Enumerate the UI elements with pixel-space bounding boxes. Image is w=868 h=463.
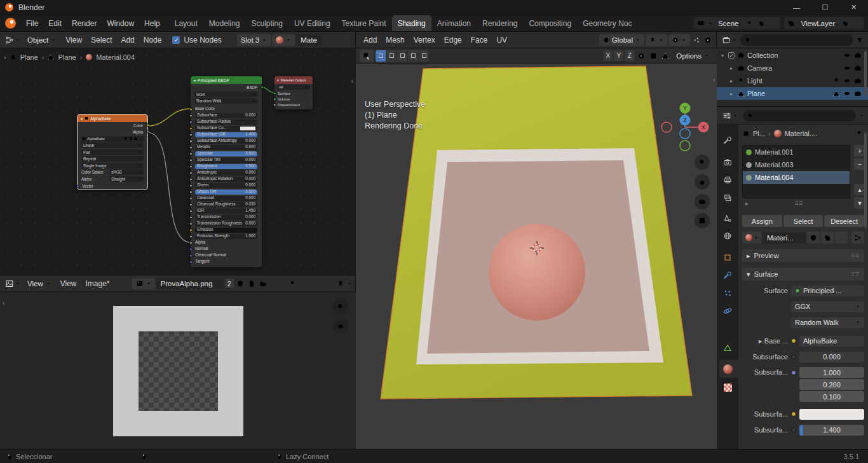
collapse-icon[interactable]: ▾ <box>81 116 83 121</box>
node-param-widget[interactable]: Tangent <box>195 259 257 265</box>
sss-method-dropdown[interactable]: Random Walk <box>194 98 258 104</box>
input-socket[interactable] <box>189 254 193 257</box>
workspace-tab[interactable]: Shading <box>392 15 431 32</box>
viewport-shading-icon[interactable] <box>703 35 713 45</box>
node-dropdown[interactable]: Single Image <box>81 163 144 169</box>
tab-texture[interactable] <box>717 379 738 396</box>
deselect-button[interactable]: Deselect <box>824 215 864 227</box>
material-name-field[interactable]: Materi... <box>763 232 806 244</box>
tab-material[interactable] <box>717 361 738 377</box>
outliner-search-input[interactable] <box>754 36 849 44</box>
base-color-label[interactable]: ▸ Base ... <box>742 337 788 345</box>
menu-item[interactable]: Node <box>139 36 166 45</box>
base-color-link-button[interactable]: AlphaBake <box>799 336 864 347</box>
radius-x-field[interactable]: 1.000 <box>799 367 864 378</box>
fake-user-icon[interactable] <box>807 232 820 244</box>
ortho-toggle-button[interactable] <box>695 213 710 228</box>
tab-particles[interactable] <box>717 285 738 301</box>
menu-item[interactable]: Edit <box>43 15 67 32</box>
input-socket[interactable] <box>189 222 193 225</box>
maximize-button[interactable]: ☐ <box>811 0 839 15</box>
collection-checkbox[interactable]: ✓ <box>728 52 735 59</box>
tab-object[interactable] <box>717 249 738 266</box>
image-mode-dropdown[interactable]: View <box>24 278 55 289</box>
input-socket[interactable] <box>189 171 193 174</box>
slot-specials-icon[interactable]: ▸ <box>745 200 749 207</box>
pin-icon[interactable] <box>854 128 864 139</box>
editor-type-icon[interactable] <box>720 36 739 45</box>
fake-user-icon[interactable] <box>124 137 128 141</box>
node-material-output[interactable]: ▾ Material Output All Surface Volume <box>275 76 313 109</box>
disclosure-icon[interactable]: ▸ <box>728 66 735 71</box>
axis-toggle[interactable]: Y <box>614 50 623 61</box>
node-header[interactable]: ▾ AlphaBake <box>78 114 147 122</box>
camera-view-button[interactable] <box>695 194 710 209</box>
node-param-widget[interactable]: Clearcoat Roughness 0.030 <box>195 202 257 207</box>
node-param-widget[interactable]: Subsurface IOR 1.400 <box>195 132 257 137</box>
workspace-tab[interactable]: Layout <box>169 15 203 32</box>
item-label[interactable]: Collection <box>747 52 778 59</box>
toolbar-expand-icon[interactable]: › <box>3 300 4 307</box>
input-socket[interactable] <box>189 139 193 142</box>
hide-eye-icon[interactable] <box>843 52 851 59</box>
orientation-dropdown[interactable]: Global <box>599 34 644 46</box>
node-header[interactable]: ▾ Principled BSDF <box>191 76 262 84</box>
editor-type-icon[interactable] <box>3 36 22 45</box>
tab-output[interactable] <box>717 172 738 188</box>
menu-item[interactable]: Help <box>139 15 165 32</box>
sidebar-collapse-icon[interactable]: ‹ <box>713 76 715 83</box>
input-socket[interactable] <box>189 127 193 130</box>
image-name-field[interactable]: ProvaAlpha.png <box>156 278 224 289</box>
menu-item[interactable]: UV <box>492 36 512 45</box>
scene-name[interactable]: Scene <box>715 20 742 27</box>
sss-method-dropdown[interactable]: Random Walk <box>791 317 864 328</box>
sphere-object[interactable] <box>489 224 585 321</box>
material-slot[interactable]: Material.003 <box>743 158 850 171</box>
open-image-icon[interactable] <box>258 279 268 289</box>
menu-item[interactable]: Add <box>116 36 139 45</box>
node-param-widget[interactable]: Clearcoat 0.000 <box>195 196 257 201</box>
input-socket[interactable] <box>189 203 193 206</box>
menu-item[interactable]: Mesh <box>381 36 409 45</box>
input-socket[interactable] <box>189 152 193 155</box>
remove-viewlayer-icon[interactable] <box>852 18 862 29</box>
node-param-widget[interactable]: Transmission 0.000 <box>195 215 257 220</box>
material-slot[interactable]: Material.004 <box>743 171 850 184</box>
input-socket[interactable] <box>189 228 193 232</box>
duplicate-material-icon[interactable] <box>821 232 834 244</box>
node-param-widget[interactable]: Subsurface Anisotropy 0.000 <box>195 139 257 144</box>
node-param-widget[interactable]: Alpha <box>195 240 257 245</box>
select-mode-extend[interactable] <box>386 50 397 62</box>
radius-y-field[interactable]: 0.200 <box>799 379 864 390</box>
node-param-widget[interactable]: Emission <box>195 228 257 233</box>
hide-eye-icon[interactable] <box>843 64 851 72</box>
menu-item[interactable]: View <box>56 279 81 288</box>
output-socket[interactable] <box>261 86 264 89</box>
radius-z-field[interactable]: 0.100 <box>799 391 864 402</box>
outliner-row-collection[interactable]: ▾ ✓ Collection <box>717 49 868 62</box>
new-scene-icon[interactable] <box>756 18 766 29</box>
select-box-tool[interactable] <box>360 50 374 62</box>
minimize-button[interactable]: — <box>782 0 811 15</box>
unlink-scene-icon[interactable] <box>768 18 778 29</box>
list-resize-grip-icon[interactable]: ⠿⠿ <box>795 200 803 207</box>
node-param-widget[interactable]: Anisotropic Rotation 0.000 <box>195 177 257 182</box>
render-visibility-icon[interactable] <box>854 77 862 85</box>
node-param-widget[interactable]: Sheen 0.000 <box>195 183 257 188</box>
workspace-tab[interactable]: Modeling <box>203 15 246 32</box>
input-socket[interactable] <box>273 97 276 100</box>
render-visibility-icon[interactable] <box>854 52 862 59</box>
axis-toggle[interactable]: X <box>603 50 613 61</box>
select-mode-subtract[interactable] <box>397 50 407 62</box>
image-users-count[interactable]: 2 <box>225 279 234 288</box>
editor-type-icon[interactable] <box>3 279 22 288</box>
node-param-widget[interactable]: Roughness 0.500 <box>195 164 257 169</box>
menu-item[interactable]: Select <box>86 36 116 45</box>
menu-item[interactable]: Image* <box>81 279 114 288</box>
collapse-icon[interactable]: ▾ <box>277 78 279 82</box>
zoom-button[interactable] <box>695 155 710 170</box>
zoom-button[interactable] <box>333 299 348 314</box>
node-param-widget[interactable]: Transmission Roughness 0.000 <box>195 221 257 226</box>
pan-button[interactable] <box>333 318 348 333</box>
menu-item[interactable]: Face <box>466 36 492 45</box>
